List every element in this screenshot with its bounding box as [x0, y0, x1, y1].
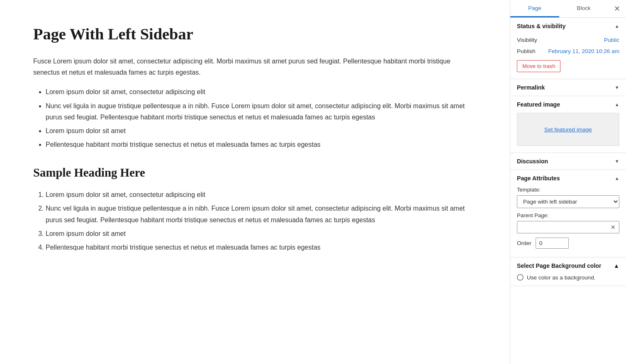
bg-color-header[interactable]: Select Page Background color ▲: [510, 257, 626, 274]
list-item: Nunc vel ligula in augue tristique pelle…: [46, 100, 477, 123]
parent-page-input[interactable]: [517, 222, 607, 233]
page-attributes-title: Page Attributes: [517, 175, 560, 182]
list-item: Lorem ipsum dolor sit amet: [46, 228, 477, 239]
discussion-section: Discussion ▼: [510, 153, 626, 170]
set-featured-image-button[interactable]: Set featured image: [517, 113, 619, 146]
parent-page-clear-button[interactable]: ✕: [607, 221, 619, 233]
status-visibility-section: Status & visibility ▲ Visibility Public …: [510, 18, 626, 79]
page-body: Fusce Lorem ipsum dolor sit amet, consec…: [33, 56, 477, 253]
list-item: Lorem ipsum dolor sit amet, consectetur …: [46, 86, 477, 97]
intro-paragraph: Fusce Lorem ipsum dolor sit amet, consec…: [33, 56, 477, 78]
parent-page-label: Parent Page:: [517, 212, 619, 218]
permalink-header[interactable]: Permalink ▼: [510, 79, 626, 96]
visibility-row: Visibility Public: [517, 34, 619, 46]
status-visibility-title: Status & visibility: [517, 23, 565, 29]
status-visibility-content: Visibility Public Publish February 11, 2…: [510, 34, 626, 79]
chevron-up-icon: ▲: [615, 24, 619, 29]
chevron-up-icon: ▲: [615, 102, 619, 107]
list-item: Lorem ipsum dolor sit amet: [46, 125, 477, 136]
list-item: Pellentesque habitant morbi tristique se…: [46, 242, 477, 253]
chevron-up-icon: ▲: [614, 262, 619, 269]
page-attributes-header[interactable]: Page Attributes ▲: [510, 170, 626, 187]
status-visibility-header[interactable]: Status & visibility ▲: [510, 18, 626, 34]
order-input[interactable]: [536, 238, 569, 249]
sidebar-tabs: Page Block ✕: [510, 0, 626, 18]
publish-value[interactable]: February 11, 2020 10:26 am: [548, 48, 619, 54]
bg-color-section: Select Page Background color ▲ Use color…: [510, 257, 626, 286]
tab-page[interactable]: Page: [510, 0, 559, 17]
numbered-list: Lorem ipsum dolor sit amet, consectetur …: [46, 189, 477, 253]
sub-heading: Sample Heading Here: [33, 163, 477, 183]
chevron-down-icon: ▼: [615, 85, 619, 90]
sidebar: Page Block ✕ Status & visibility ▲ Visib…: [510, 0, 626, 364]
use-color-radio[interactable]: [517, 274, 524, 281]
chevron-up-icon: ▲: [615, 176, 619, 181]
list-item: Pellentesque habitant morbi tristique se…: [46, 139, 477, 150]
parent-page-input-row: ✕: [517, 221, 619, 233]
visibility-label: Visibility: [517, 37, 537, 43]
publish-label: Publish: [517, 48, 536, 54]
list-item: Nunc vel ligula in augue tristique pelle…: [46, 203, 477, 225]
bullet-list: Lorem ipsum dolor sit amet, consectetur …: [46, 86, 477, 150]
use-color-label: Use color as a background.: [527, 274, 595, 281]
list-item: Lorem ipsum dolor sit amet, consectetur …: [46, 189, 477, 200]
use-color-row: Use color as a background.: [510, 274, 626, 286]
editor-area: Page With Left Sidebar Fusce Lorem ipsum…: [0, 0, 510, 364]
template-select[interactable]: Page with left sidebar: [517, 195, 619, 208]
featured-image-title: Featured image: [517, 101, 560, 108]
permalink-section: Permalink ▼: [510, 79, 626, 96]
page-attributes-content: Template: Page with left sidebar Parent …: [510, 187, 626, 257]
move-to-trash-button[interactable]: Move to trash: [517, 60, 560, 72]
order-row: Order: [517, 238, 619, 249]
visibility-value[interactable]: Public: [604, 37, 619, 43]
parent-page-group: Parent Page: ✕: [517, 212, 619, 233]
template-label: Template:: [517, 187, 619, 193]
close-button[interactable]: ✕: [608, 0, 626, 17]
page-title: Page With Left Sidebar: [33, 25, 477, 43]
featured-image-header[interactable]: Featured image ▲: [510, 96, 626, 113]
page-attributes-section: Page Attributes ▲ Template: Page with le…: [510, 170, 626, 257]
bg-color-title: Select Page Background color: [517, 262, 601, 269]
featured-image-content: Set featured image: [510, 113, 626, 153]
permalink-title: Permalink: [517, 84, 545, 91]
featured-image-section: Featured image ▲ Set featured image: [510, 96, 626, 153]
discussion-header[interactable]: Discussion ▼: [510, 153, 626, 170]
discussion-title: Discussion: [517, 158, 548, 165]
tab-block[interactable]: Block: [559, 0, 608, 17]
chevron-down-icon: ▼: [615, 159, 619, 164]
order-label: Order: [517, 240, 531, 246]
publish-row: Publish February 11, 2020 10:26 am: [517, 46, 619, 57]
